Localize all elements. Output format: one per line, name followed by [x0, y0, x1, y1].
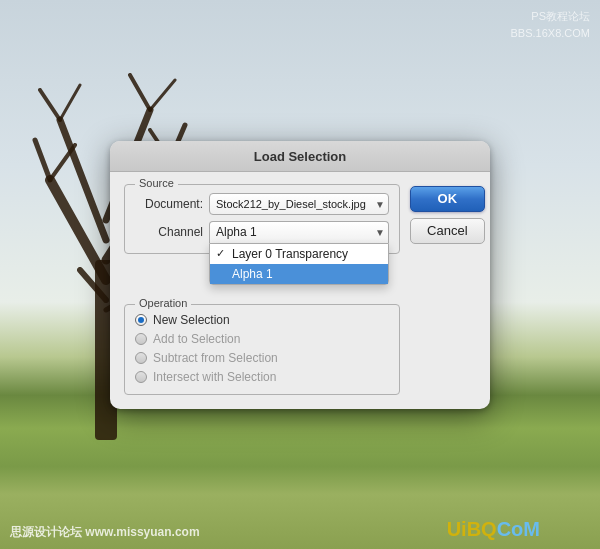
- channel-select[interactable]: Alpha 1: [209, 221, 389, 243]
- document-select[interactable]: Stock212_by_Diesel_stock.jpg: [209, 193, 389, 215]
- source-group-label: Source: [135, 177, 178, 189]
- dialog-title: Load Selection: [254, 149, 346, 164]
- radio-subtract-selection[interactable]: Subtract from Selection: [135, 351, 389, 365]
- channel-select-wrapper: Alpha 1 ▼ Layer 0 Transparency Alpha 1: [209, 221, 389, 243]
- dialog-titlebar: Load Selection: [110, 141, 490, 172]
- document-label: Document:: [135, 197, 203, 211]
- document-select-wrapper: Stock212_by_Diesel_stock.jpg ▼: [209, 193, 389, 215]
- dialog-right-column: OK Cancel: [410, 184, 485, 395]
- ok-button[interactable]: OK: [410, 186, 485, 212]
- channel-row: Channel Alpha 1 ▼ Layer 0 Transparency A…: [135, 221, 389, 243]
- cancel-button[interactable]: Cancel: [410, 218, 485, 244]
- radio-add-selection-label: Add to Selection: [153, 332, 240, 346]
- operation-group: Operation New Selection Add to Selection…: [124, 304, 400, 395]
- radio-add-selection[interactable]: Add to Selection: [135, 332, 389, 346]
- load-selection-dialog: Load Selection Source Document: Stock212…: [110, 141, 490, 409]
- radio-add-selection-circle: [135, 333, 147, 345]
- radio-new-selection-circle: [135, 314, 147, 326]
- channel-option-alpha1[interactable]: Alpha 1: [210, 264, 388, 284]
- radio-intersect-selection-circle: [135, 371, 147, 383]
- dialog-overlay: Load Selection Source Document: Stock212…: [0, 0, 600, 549]
- radio-intersect-selection-label: Intersect with Selection: [153, 370, 276, 384]
- channel-select-value: Alpha 1: [216, 225, 257, 239]
- dialog-body: Source Document: Stock212_by_Diesel_stoc…: [110, 172, 490, 409]
- channel-option-layer0[interactable]: Layer 0 Transparency: [210, 244, 388, 264]
- dialog-left-column: Source Document: Stock212_by_Diesel_stoc…: [124, 184, 400, 395]
- radio-new-selection-label: New Selection: [153, 313, 230, 327]
- radio-subtract-selection-circle: [135, 352, 147, 364]
- radio-subtract-selection-label: Subtract from Selection: [153, 351, 278, 365]
- radio-new-selection[interactable]: New Selection: [135, 313, 389, 327]
- channel-dropdown: Layer 0 Transparency Alpha 1: [209, 243, 389, 285]
- radio-intersect-selection[interactable]: Intersect with Selection: [135, 370, 389, 384]
- operation-group-label: Operation: [135, 297, 191, 309]
- document-row: Document: Stock212_by_Diesel_stock.jpg ▼: [135, 193, 389, 215]
- source-group: Source Document: Stock212_by_Diesel_stoc…: [124, 184, 400, 254]
- channel-label: Channel: [135, 225, 203, 239]
